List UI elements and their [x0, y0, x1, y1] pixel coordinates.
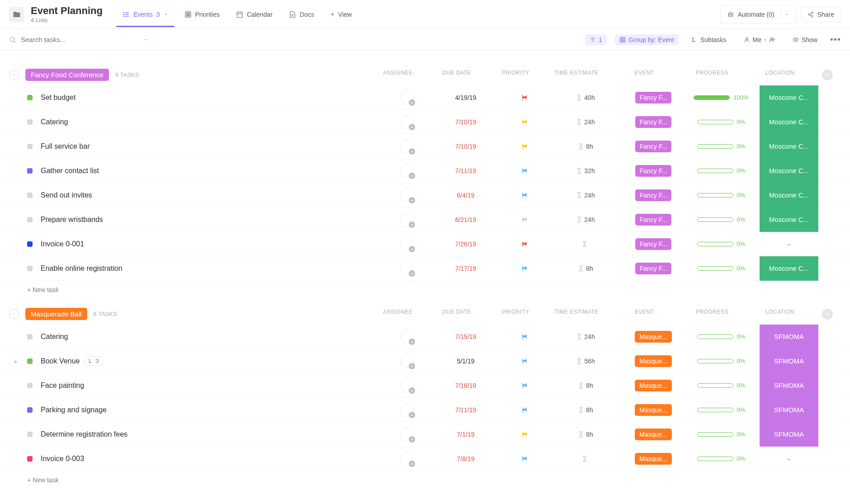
priority-cell[interactable]: [497, 406, 552, 414]
location-tag[interactable]: SFMOMA: [760, 349, 818, 373]
due-date-cell[interactable]: 7/15/19: [434, 333, 497, 340]
task-row[interactable]: Send out invites 6/4/19 24h Fancy F... 0…: [0, 183, 850, 207]
task-status-dot[interactable]: [27, 407, 33, 413]
add-column-button[interactable]: +: [822, 309, 833, 320]
due-date-cell[interactable]: 7/26/19: [434, 240, 497, 248]
priority-flag-icon[interactable]: [521, 94, 528, 101]
task-name[interactable]: Gather contact list: [41, 167, 380, 175]
priority-cell[interactable]: [497, 333, 552, 340]
task-status-dot[interactable]: [27, 432, 33, 437]
event-tag[interactable]: Fancy F...: [635, 189, 672, 201]
time-estimate-cell[interactable]: 32h: [552, 167, 619, 174]
progress-cell[interactable]: 0%: [697, 167, 746, 174]
progress-cell[interactable]: 0%: [697, 143, 746, 150]
column-header-event[interactable]: EVENT: [610, 70, 678, 80]
priority-flag-icon[interactable]: [521, 192, 528, 199]
time-estimate-cell[interactable]: 56h: [552, 358, 619, 365]
collapse-group-button[interactable]: [9, 309, 19, 319]
event-tag[interactable]: Fancy F...: [635, 165, 672, 177]
task-row[interactable]: Full service bar 7/10/19 8h Fancy F... 0…: [0, 134, 850, 159]
priority-cell[interactable]: [497, 216, 552, 223]
group-by-button[interactable]: Group by: Event: [615, 34, 679, 45]
task-name[interactable]: Catering: [41, 333, 380, 341]
progress-cell[interactable]: 0%: [697, 382, 746, 389]
location-tag[interactable]: Moscone C...: [760, 183, 818, 207]
task-status-dot[interactable]: [27, 334, 33, 339]
priority-cell[interactable]: [497, 431, 552, 438]
task-status-dot[interactable]: [27, 266, 33, 271]
priority-flag-icon[interactable]: [521, 382, 528, 389]
task-row[interactable]: ▸ Book Venue3 5/1/19 56h Masque... 0% SF…: [0, 349, 850, 373]
due-date-cell[interactable]: 6/21/19: [434, 216, 497, 223]
task-name[interactable]: Set budget: [41, 94, 380, 102]
add-assignee-button[interactable]: [400, 330, 414, 344]
event-tag[interactable]: Fancy F...: [635, 263, 672, 274]
time-estimate-cell[interactable]: 40h: [552, 94, 619, 101]
search-input[interactable]: [21, 36, 111, 43]
due-date-cell[interactable]: 7/18/19: [434, 382, 497, 389]
task-status-dot[interactable]: [27, 119, 33, 125]
location-tag[interactable]: –: [760, 447, 818, 471]
priority-flag-icon[interactable]: [521, 143, 528, 150]
expand-caret-icon[interactable]: ▸: [14, 358, 18, 365]
due-date-cell[interactable]: 7/11/19: [434, 406, 497, 414]
task-name[interactable]: Book Venue3: [41, 356, 380, 366]
priority-cell[interactable]: [497, 118, 552, 126]
event-tag[interactable]: Fancy F...: [635, 92, 672, 104]
column-header-progress[interactable]: PROGRESS: [678, 70, 746, 80]
progress-cell[interactable]: 100%: [694, 94, 748, 101]
column-header-time[interactable]: TIME ESTIMATE: [543, 309, 610, 320]
tab-calendar[interactable]: Calendar: [230, 3, 279, 26]
task-status-dot[interactable]: [27, 456, 33, 462]
priority-flag-icon[interactable]: [521, 240, 528, 248]
task-row[interactable]: Catering 7/10/19 24h Fancy F... 0% Mosco…: [0, 110, 850, 134]
priority-cell[interactable]: [497, 455, 552, 462]
column-header-due[interactable]: DUE DATE: [425, 70, 488, 80]
priority-flag-icon[interactable]: [521, 333, 528, 340]
progress-cell[interactable]: 0%: [697, 216, 746, 223]
priority-flag-icon[interactable]: [521, 406, 528, 414]
tab-events[interactable]: Events 3: [116, 3, 175, 26]
due-date-cell[interactable]: 7/8/19: [434, 455, 497, 462]
priority-cell[interactable]: [497, 192, 552, 199]
task-row[interactable]: Parking and signage 7/11/19 8h Masque...…: [0, 398, 850, 422]
task-row[interactable]: Set budget 4/19/19 40h Fancy F... 100% M…: [0, 85, 850, 110]
group-label[interactable]: Fancy Food Conference: [25, 69, 109, 81]
collapse-group-button[interactable]: [9, 70, 19, 80]
priority-flag-icon[interactable]: [521, 118, 528, 126]
column-header-location[interactable]: LOCATION: [746, 70, 814, 80]
event-tag[interactable]: Fancy F...: [635, 214, 672, 226]
due-date-cell[interactable]: 7/1/19: [434, 431, 497, 438]
time-estimate-cell[interactable]: 8h: [552, 265, 619, 272]
task-row[interactable]: Invoice 0-003 7/8/19 Masque... 0% –: [0, 447, 850, 471]
event-tag[interactable]: Fancy F...: [635, 141, 672, 152]
due-date-cell[interactable]: 4/19/19: [434, 94, 497, 101]
priority-cell[interactable]: [497, 143, 552, 150]
add-assignee-button[interactable]: [400, 188, 414, 202]
filter-button[interactable]: 1: [585, 34, 607, 45]
priority-cell[interactable]: [497, 167, 552, 174]
add-column-button[interactable]: +: [822, 70, 833, 80]
task-row[interactable]: Enable online registration 7/17/19 8h Fa…: [0, 256, 850, 281]
task-status-dot[interactable]: [27, 95, 33, 100]
task-name[interactable]: Send out invites: [41, 191, 380, 199]
column-header-assignee[interactable]: ASSIGNEE: [371, 309, 425, 320]
task-row[interactable]: Catering 7/15/19 24h Masque... 0% SFMOMA: [0, 325, 850, 349]
column-header-location[interactable]: LOCATION: [746, 309, 814, 320]
progress-cell[interactable]: 0%: [697, 333, 746, 340]
add-assignee-button[interactable]: [400, 354, 414, 368]
event-tag[interactable]: Fancy F...: [635, 116, 672, 128]
location-tag[interactable]: Moscone C...: [760, 134, 818, 159]
time-estimate-cell[interactable]: 24h: [552, 192, 619, 199]
show-button[interactable]: Show: [788, 34, 822, 45]
add-assignee-button[interactable]: [400, 115, 414, 129]
column-header-progress[interactable]: PROGRESS: [678, 309, 746, 320]
progress-cell[interactable]: 0%: [697, 406, 746, 413]
due-date-cell[interactable]: 7/11/19: [434, 167, 497, 174]
priority-flag-icon[interactable]: [521, 358, 528, 365]
due-date-cell[interactable]: 7/10/19: [434, 143, 497, 150]
time-estimate-cell[interactable]: [552, 456, 619, 462]
location-tag[interactable]: Moscone C...: [760, 159, 818, 183]
event-tag[interactable]: Masque...: [635, 355, 671, 367]
add-assignee-button[interactable]: [400, 262, 414, 275]
